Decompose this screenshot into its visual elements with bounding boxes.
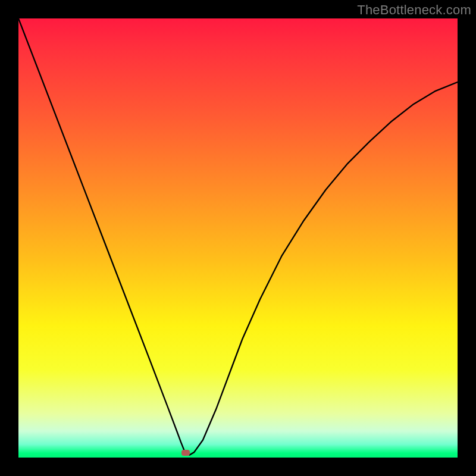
curve-min-marker [181, 450, 190, 456]
bottleneck-curve-path [18, 18, 458, 455]
chart-frame: TheBottleneck.com [0, 0, 476, 476]
bottleneck-curve-svg [18, 18, 458, 458]
watermark-text: TheBottleneck.com [357, 2, 471, 18]
